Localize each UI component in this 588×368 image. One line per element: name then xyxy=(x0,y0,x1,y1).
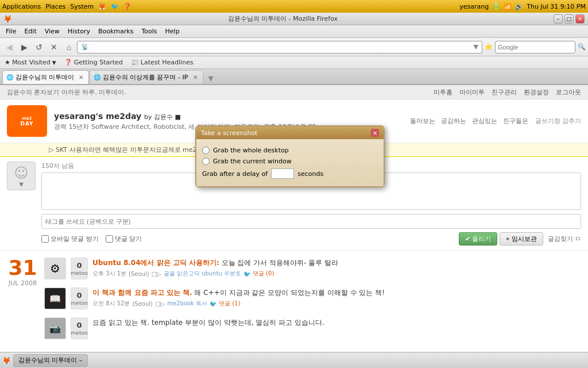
close-comment-label[interactable]: 댓글 닫기 xyxy=(106,235,142,243)
menu-bookmarks[interactable]: Bookmarks xyxy=(95,26,137,36)
thunderbird-icon: 🐦 xyxy=(111,3,119,10)
bird-icon-2: 🐦 xyxy=(210,301,216,307)
rss-icon: 📰 xyxy=(131,59,139,66)
url-bar[interactable]: 📡 http://me2day.net/yesarang ▼ xyxy=(77,41,482,53)
post-category-1[interactable]: 글을 읽은고딕 ubuntu 우분토 xyxy=(164,270,241,278)
post-meta-1: 오후 3시 1분 (Seoul) □▷ 글을 읽은고딕 ubuntu 우분토 🐦… xyxy=(92,270,581,278)
forward-button[interactable]: ▶ xyxy=(17,40,31,54)
taskbar-firefox-item[interactable]: 김윤수님의 미투데이 – xyxy=(13,354,88,367)
star-icon: ★ xyxy=(5,59,10,66)
reload-button[interactable]: ↺ xyxy=(32,40,46,54)
nav-friends[interactable]: 친구관리 xyxy=(492,88,517,97)
post-comment-1[interactable]: 댓글 (0) xyxy=(253,270,274,278)
header-nav: 돌아보는 공감하는 관심있는 친구들은 xyxy=(410,117,528,125)
places-menu[interactable]: Places xyxy=(45,3,65,10)
stop-button[interactable]: ✕ xyxy=(47,40,61,54)
tab-blog[interactable]: 🌐 김윤수의 이상계를 꿈꾸며 - IP ... ✕ xyxy=(90,70,203,84)
tab-favicon-blog: 🌐 xyxy=(94,74,100,81)
search-post-link[interactable]: 글감찾기 ㅁ xyxy=(548,235,582,243)
site-nav-links: 미투홈 마이미투 친구관리 환경설정 로그아웃 xyxy=(434,88,581,97)
avatar-label: ▼ xyxy=(19,181,24,187)
system-menu[interactable]: System xyxy=(70,3,94,10)
write-options: 모바일 댓글 받기 댓글 닫기 ✔ 올리기 + 임시보관 글감찾기 ㅁ xyxy=(41,232,581,246)
url-input[interactable]: http://me2day.net/yesarang xyxy=(91,44,471,51)
rss-icon: 📡 xyxy=(81,43,89,51)
hide-editor-btn[interactable]: 글쓰기창 감추기 xyxy=(535,117,582,125)
post-title-rest-1: 오늘 집에 가서 적용해야쥐- 풀루 탈라 xyxy=(222,259,338,267)
post-title-highlight-2[interactable]: 이 책과 함께 요즘 파고 있는 책. xyxy=(92,289,192,297)
close-button[interactable]: ✕ xyxy=(575,14,585,24)
taskbar: 🦊 김윤수님의 미투데이 – xyxy=(0,352,588,368)
metoo-label-3: metoo xyxy=(71,330,88,336)
date-day: 31 xyxy=(7,258,38,278)
getting-started-bookmark[interactable]: ❓ Getting Started xyxy=(62,58,125,67)
menu-tools[interactable]: Tools xyxy=(138,26,160,36)
menu-file[interactable]: File xyxy=(2,26,20,36)
whole-desktop-option[interactable]: Grab the whole desktop xyxy=(202,145,378,156)
nav-friends[interactable]: 친구들은 xyxy=(503,117,528,125)
menu-bar: File Edit View History Bookmarks Tools H… xyxy=(0,25,588,38)
menu-view[interactable]: View xyxy=(41,26,63,36)
post-location-2: (Seoul) xyxy=(132,301,153,307)
post-item: 📖 0 metoo 이 책과 함께 요즘 파고 있는 책. 왜 C++이 지금과… xyxy=(44,288,581,309)
post-title-1: Ubuntu 8.04에서 맑은 고딕 사용하기: 오늘 집에 가서 적용해야쥐… xyxy=(92,258,581,268)
site-nav-description: 김윤수의 혼자보기 아까운 하루, 미투데이. xyxy=(7,88,126,97)
metoo-badge-2: 0 metoo xyxy=(71,288,88,309)
nav-logout[interactable]: 로그아웃 xyxy=(556,88,581,97)
nav-home[interactable]: 미투홈 xyxy=(434,88,452,97)
current-window-radio[interactable] xyxy=(202,158,210,165)
mobile-comment-checkbox[interactable] xyxy=(41,235,49,243)
nav-my[interactable]: 마이미투 xyxy=(459,88,485,97)
clock: Thu Jul 31 9:10 PM xyxy=(527,3,586,10)
delay-label1: Grab after a delay of xyxy=(202,170,268,178)
tab-close-me2day[interactable]: ✕ xyxy=(77,74,85,82)
most-visited-bookmark[interactable]: ★ Most Visited ▼ xyxy=(2,58,59,67)
close-comment-checkbox[interactable] xyxy=(106,235,113,243)
draft-button[interactable]: + 임시보관 xyxy=(500,232,543,246)
me2day-logo: me2 DAY xyxy=(7,105,47,137)
menu-help[interactable]: Help xyxy=(162,26,183,36)
star-icon: ⭐ xyxy=(485,43,493,51)
window-icon: 🦊 xyxy=(3,15,12,23)
delay-input[interactable]: 0 xyxy=(271,168,294,179)
minimize-button[interactable]: – xyxy=(554,14,563,24)
post-meta-2: 오전 8시 52분 (Seoul) □▷ me2book 독서 🐦 댓글 (1) xyxy=(92,300,581,308)
dialog-body: Grab the whole desktop Grab the current … xyxy=(196,139,384,186)
maximize-button[interactable]: □ xyxy=(564,14,574,24)
post-time-1: 오후 3시 1분 xyxy=(92,270,126,278)
new-tab-button[interactable]: ▾ xyxy=(206,72,216,84)
back-button[interactable]: ◀ xyxy=(2,40,16,54)
post-item: 📷 0 metoo 요즘 읽고 있는 책. template 부분이 많이 약햇… xyxy=(44,317,581,339)
search-input[interactable] xyxy=(495,41,575,53)
dropdown-icon[interactable]: ▼ xyxy=(474,43,478,51)
mobile-comment-label[interactable]: 모바일 댓글 받기 xyxy=(41,235,99,243)
nav-interest[interactable]: 관심있는 xyxy=(472,117,497,125)
post-category-2[interactable]: me2book 독서 xyxy=(167,300,207,308)
taskbar-firefox-label: 김윤수님의 미투데이 – xyxy=(18,356,83,365)
post-location-1: (Seoul) xyxy=(129,271,149,277)
dialog-close-button[interactable]: ✕ xyxy=(371,129,379,137)
post-button[interactable]: ✔ 올리기 xyxy=(459,232,497,246)
nav-lookback[interactable]: 돌아보는 xyxy=(410,117,435,125)
menu-history[interactable]: History xyxy=(64,26,94,36)
post-comment-2[interactable]: 댓글 (1) xyxy=(219,300,240,308)
dialog-title-text: Take a screenshot xyxy=(201,129,257,137)
title-bar: 🦊 김윤수님의 미투데이 - Mozilla Firefox – □ ✕ xyxy=(0,13,588,25)
applications-menu[interactable]: Applications xyxy=(2,3,41,10)
menu-edit[interactable]: Edit xyxy=(21,26,40,36)
nav-empathy[interactable]: 공감하는 xyxy=(441,117,466,125)
home-button[interactable]: ⌂ xyxy=(62,40,76,54)
logo-text: me2 xyxy=(22,116,32,121)
whole-desktop-radio[interactable] xyxy=(202,147,210,154)
help-icon: ❓ xyxy=(123,3,131,10)
most-visited-label: Most Visited xyxy=(12,59,51,66)
latest-headlines-bookmark[interactable]: 📰 Latest Headlines xyxy=(129,58,196,67)
avatar-img-3: 📷 xyxy=(49,323,61,334)
nav-settings[interactable]: 환경설정 xyxy=(524,88,549,97)
tab-close-blog[interactable]: ✕ xyxy=(191,74,199,82)
tab-me2day[interactable]: 🌐 김윤수님의 미투데이 ✕ xyxy=(2,70,89,84)
current-window-option[interactable]: Grab the current window xyxy=(202,156,378,167)
search-go-button[interactable]: 🔍 xyxy=(578,43,586,51)
write-tags-input[interactable] xyxy=(41,214,581,229)
tab-label-me2day: 김윤수님의 미투데이 xyxy=(16,73,75,82)
